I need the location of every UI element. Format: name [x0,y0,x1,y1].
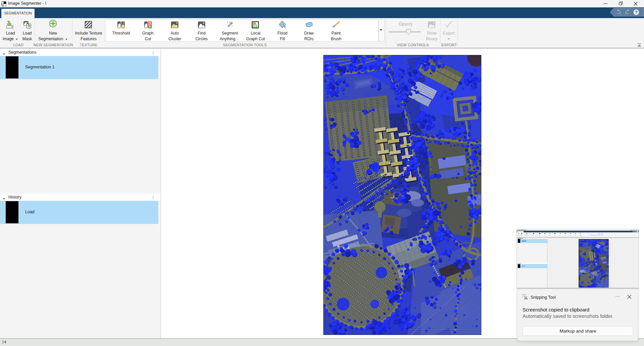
svg-text:?: ? [635,10,638,15]
